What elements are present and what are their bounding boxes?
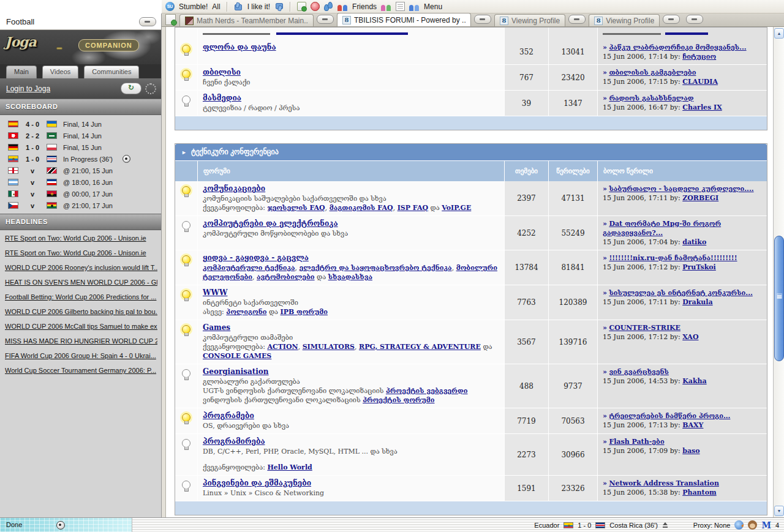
last-post-author[interactable]: Drakula	[682, 298, 712, 306]
gmail-notifier-icon[interactable]: M	[761, 520, 771, 530]
last-post-author[interactable]: ZORBEGI	[682, 194, 718, 202]
sub-link[interactable]: Hello World	[267, 463, 312, 471]
last-post-author[interactable]: ჩიტუციო	[682, 53, 716, 61]
last-post-link[interactable]: პაწკუ ლაბრადორჩიკი მომიყვანეს...	[609, 43, 746, 51]
share-icon[interactable]	[381, 2, 391, 11]
forum-link[interactable]: Georgianisation	[203, 367, 269, 376]
browser-tab[interactable]: Viewing Profile	[494, 14, 565, 26]
toolbar-list-icon[interactable]	[396, 2, 405, 11]
sub-link[interactable]: ჯეოსელის FAQ	[267, 204, 325, 212]
headline-link[interactable]: WORLD CUP 2006 Rooney's inclusion would …	[5, 264, 157, 271]
forum-link[interactable]: ყიდვა - გაყიდვა - გაცვლა	[203, 253, 309, 262]
proxy-status[interactable]: Proxy: None	[693, 522, 731, 529]
menu-button[interactable]: Menu	[424, 2, 442, 11]
sub-link[interactable]: IPB ფორუმი	[281, 308, 328, 316]
last-post-link[interactable]: Dat ფორმატი Mpg-ში როგორ გადავიყვანო?...	[603, 220, 721, 237]
refresh-button[interactable]: ↻	[121, 83, 141, 94]
stumbleupon-logo-icon[interactable]: SU	[165, 2, 175, 11]
last-post-link[interactable]: COUNTER-STRIKE	[609, 324, 680, 332]
tab-close-button[interactable]	[317, 15, 334, 24]
last-post-author[interactable]: BAXY	[682, 421, 703, 429]
browser-tab[interactable]: TBILISIS FORUMI - Powered by ...	[337, 13, 471, 26]
sidebar-nav-tab[interactable]: Main	[6, 66, 37, 78]
last-post-link[interactable]: ტრეილერების ჩამწერი პროგი...	[609, 412, 730, 420]
headline-link[interactable]: MISS HAS MADE RIO HUNGRIER WORLD CUP 20.…	[5, 337, 157, 345]
forum-link[interactable]: პროგრამირება	[203, 437, 265, 446]
vertical-scrollbar[interactable]: ▲ ▼	[773, 27, 784, 517]
forum-link[interactable]: WWW	[203, 288, 227, 297]
scrollbar-thumb[interactable]	[774, 236, 784, 361]
forum-link[interactable]: კომპიუტერები და ელექტრონიკა	[203, 219, 338, 228]
last-post-author[interactable]: Kakha	[682, 377, 706, 385]
forum-link[interactable]: თბილისი	[203, 68, 241, 77]
friends-icon[interactable]	[337, 2, 348, 11]
headline-link[interactable]: RTE Sport on Two: World Cup 2006 - Uniso…	[5, 234, 157, 242]
sidebar-collapse-button[interactable]	[139, 17, 156, 26]
tab-close-button[interactable]	[474, 15, 491, 24]
headline-link[interactable]: FIFA World Cup 2006 Group H: Spain 4 - 0…	[5, 352, 157, 359]
sub-link[interactable]: მაგთიკომის FAQ	[330, 204, 393, 212]
last-post-link[interactable]: ვინ გვარცხვენს	[609, 368, 669, 376]
sidebar-nav-tab[interactable]: Communities	[84, 66, 139, 78]
forum-link[interactable]: მასმედია	[203, 94, 241, 102]
headline-link[interactable]: WORLD CUP 2006 McCall tips Samuel to mak…	[5, 323, 157, 330]
stumble-button[interactable]: Stumble!	[179, 2, 208, 11]
forum-link[interactable]: კომუნიკაციები	[203, 184, 265, 193]
headline-link[interactable]: Football Betting: World Cup 2006 Predict…	[5, 293, 157, 301]
last-post-link[interactable]: რადიოს გასახსნელად	[609, 94, 693, 102]
sub-link[interactable]: პოლიგონი	[226, 308, 266, 316]
last-post-link[interactable]: სისულელეა ეს ინტერნეტ კონკურსი...	[609, 289, 752, 297]
firefox-extension-icon[interactable]	[734, 520, 744, 530]
last-post-link[interactable]: თბილისის გამგებლები	[609, 69, 696, 77]
photo-channel-icon[interactable]	[311, 2, 320, 11]
last-post-link[interactable]: Network Address Translation	[609, 479, 719, 487]
headline-link[interactable]: HEAT IS ON SVEN'S MEN WORLD CUP 2006 - G…	[5, 279, 157, 286]
scroll-up-button[interactable]: ▲	[774, 28, 784, 39]
sub-link[interactable]: VoIP.GE	[442, 204, 471, 212]
headline-link[interactable]: World Cup Soccer Tournament Germany 2006…	[5, 367, 157, 374]
sub-link[interactable]: კომპიუტერული ტექნიკა	[203, 264, 295, 272]
headline-link[interactable]: RTE Sport on Two: World Cup 2006 - Uniso…	[5, 249, 157, 257]
new-tab-page-icon[interactable]	[165, 14, 176, 25]
sub-link[interactable]: RPG, STRATEGY & ADVENTURE	[359, 343, 481, 351]
forum-link[interactable]: პროგრამები	[203, 411, 254, 420]
sub-link[interactable]: ავტომობილები	[257, 273, 315, 281]
sidebar-splitter[interactable]	[162, 27, 166, 517]
stumble-all-button[interactable]: All	[212, 2, 220, 11]
community-icon[interactable]	[409, 2, 420, 11]
tab-close-button[interactable]	[568, 15, 586, 24]
section-header[interactable]: ►ტექნიკური კონფერენცია	[175, 144, 767, 160]
forum-link[interactable]: ფლორა და ფაუნა	[203, 43, 276, 51]
thumbs-up-icon[interactable]	[234, 2, 243, 11]
sub-link[interactable]: CONSOLE GAMES	[203, 352, 271, 360]
fresh-sites-icon[interactable]	[324, 2, 333, 11]
like-button[interactable]: I like it!	[247, 2, 270, 11]
last-post-author[interactable]: Charles IX	[682, 103, 722, 111]
last-post-link[interactable]: Flash Path-ები	[609, 438, 664, 446]
friends-button[interactable]: Friends	[352, 2, 377, 11]
sub-link[interactable]: SIMULATORS	[303, 343, 355, 351]
add-review-icon[interactable]	[297, 2, 306, 11]
last-post-link[interactable]: !!!!!!!!nix.ru-დან ჩამოტანა!!!!!!!!!	[609, 254, 737, 262]
last-post-author[interactable]: Phantom	[682, 489, 716, 496]
sub-link[interactable]: ACTION	[267, 343, 298, 351]
monkey-extension-icon[interactable]	[748, 520, 757, 530]
browser-tab[interactable]: Viewing Profile	[589, 14, 660, 26]
last-post-link[interactable]: საბურთალო - საცდელი კურდღელი....	[609, 185, 753, 193]
tab-close-button[interactable]	[663, 15, 680, 24]
sub-link[interactable]: სხვადასხვა	[328, 273, 372, 281]
ticker-eject-icon[interactable]	[662, 522, 669, 528]
sub-link[interactable]: პროექტის ფორუმი	[363, 396, 434, 404]
thumbs-down-icon[interactable]	[274, 2, 284, 11]
last-post-author[interactable]: XAO	[682, 333, 698, 341]
sub-link[interactable]: პროექტის ვებგვერდი	[386, 387, 468, 395]
forum-link[interactable]: Games	[203, 323, 230, 332]
last-post-author[interactable]: PruTskoi	[682, 263, 716, 271]
browser-tab[interactable]: Math Nerds - TeamMember Main...	[179, 14, 314, 26]
last-post-author[interactable]: CLAUDIA	[682, 78, 718, 86]
sub-link[interactable]: ელექტრო და საყოფაცხოვრებო ტექნიკა	[300, 264, 452, 272]
login-link[interactable]: Login to Joga	[6, 84, 50, 93]
tab-list-button[interactable]	[686, 15, 703, 24]
scroll-down-button[interactable]: ▼	[774, 506, 784, 516]
forum-link[interactable]: პინგვინები და ეშმაკუნები	[203, 479, 311, 487]
